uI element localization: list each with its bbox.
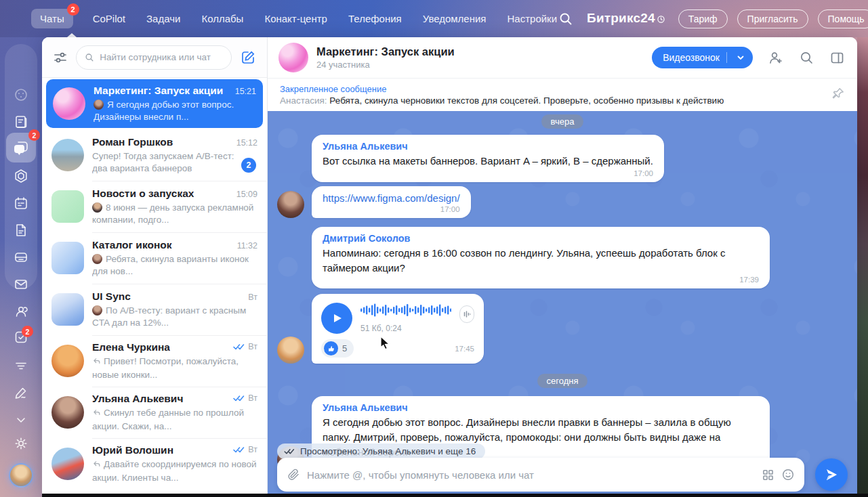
filter-icon[interactable] <box>53 50 68 65</box>
global-search-icon[interactable] <box>558 12 573 26</box>
message-row: https://www.figma.com/design/ 17:00 <box>277 186 848 218</box>
chat-preview: Давайте скоординируемся по новой акции. … <box>92 458 257 484</box>
chat-search-icon[interactable] <box>799 50 814 66</box>
avatar <box>51 139 84 171</box>
sign-icon[interactable] <box>0 379 42 406</box>
rail-user-avatar[interactable] <box>9 463 33 488</box>
video-call-label: Видеозвонок <box>663 52 720 63</box>
chat-item-ui-sync[interactable]: UI Sync Вт По A/B-тесту: вариант с красн… <box>42 284 267 335</box>
chat-item-yuri[interactable]: Юрий Волошин Вт Давайте скоординируемся … <box>42 438 267 490</box>
apps-grid-icon[interactable] <box>762 469 774 481</box>
documents-icon[interactable] <box>0 217 42 244</box>
voice-waveform[interactable] <box>360 303 451 318</box>
play-button[interactable] <box>321 303 352 334</box>
mail-icon[interactable] <box>0 271 42 298</box>
logo-text: Битрикс24 <box>587 11 655 26</box>
pinned-message-bar[interactable]: Закрепленное сообщение Анастасия: Ребята… <box>268 78 857 111</box>
avatar <box>51 345 84 377</box>
tab-chats[interactable]: Чаты 2 <box>31 9 73 28</box>
rail-settings-icon[interactable] <box>0 430 42 457</box>
reply-arrow-icon <box>92 460 101 472</box>
conversation-panel: Маркетинг: Запуск акции 24 участника Вид… <box>268 37 857 497</box>
chat-item-icons-catalog[interactable]: Каталог иконок 11:32 Ребята, скинула вар… <box>42 232 267 284</box>
hexagon-apps-icon[interactable] <box>0 163 42 190</box>
message-bubble[interactable]: Ульяна Алькевич Вот ссылка на макеты бан… <box>312 135 664 182</box>
logo-clock-icon <box>657 12 665 26</box>
thumbs-up-icon <box>324 341 338 355</box>
chat-item-marketing[interactable]: Маркетинг: Запуск акции 15:21 Я сегодня … <box>46 79 263 128</box>
tab-tasks[interactable]: Задачи <box>145 9 182 28</box>
chat-name: Новости о запусках <box>92 188 194 200</box>
voice-message-bubble[interactable]: 51 Кб, 0:24 <box>312 294 484 364</box>
search-field[interactable] <box>76 45 232 70</box>
message-input[interactable] <box>307 469 755 481</box>
messenger-icon-active[interactable]: 2 <box>0 134 42 161</box>
chat-time: 15:09 <box>236 190 257 199</box>
avatar <box>51 190 84 223</box>
tab-copilot[interactable]: CoPilot <box>91 9 127 28</box>
pin-icon[interactable] <box>822 87 845 103</box>
tab-collabs[interactable]: Коллабы <box>200 9 245 28</box>
preview-author-avatar <box>92 305 102 316</box>
tab-settings[interactable]: Настройки <box>506 9 559 28</box>
chat-name: UI Sync <box>92 290 131 303</box>
preview-author-avatar <box>94 100 104 110</box>
attach-icon[interactable] <box>287 468 300 481</box>
chevron-down-icon[interactable] <box>0 406 42 433</box>
message-time: 17:39 <box>323 276 759 284</box>
crm-funnel-icon[interactable] <box>0 352 42 379</box>
message-time: 17:00 <box>323 169 653 177</box>
chat-list-panel: Маркетинг: Запуск акции 15:21 Я сегодня … <box>42 37 268 497</box>
tariff-button[interactable]: Тариф <box>678 9 728 28</box>
copilot-icon[interactable] <box>0 81 42 108</box>
message-author: Дмитрий Соколов <box>323 233 759 244</box>
calendar-icon[interactable] <box>0 190 42 217</box>
people-icon[interactable] <box>0 298 42 325</box>
tab-notifications[interactable]: Уведомления <box>421 9 488 28</box>
chat-list: Маркетинг: Запуск акции 15:21 Я сегодня … <box>42 78 267 497</box>
message-composer[interactable] <box>277 458 804 492</box>
message-bubble[interactable]: https://www.figma.com/design/ 17:00 <box>312 186 471 218</box>
message-time: 17:45 <box>455 345 474 353</box>
add-member-icon[interactable] <box>768 49 784 66</box>
sender-avatar[interactable] <box>277 191 304 218</box>
topbar-tabs: Чаты 2 CoPilot Задачи Коллабы Конакт-цен… <box>31 9 558 28</box>
tasks-icon[interactable]: 2 <box>0 325 42 352</box>
chat-item-roman[interactable]: Роман Горшков 15:12 Супер! Тогда запуска… <box>42 129 267 181</box>
video-call-chevron-icon[interactable] <box>732 49 749 66</box>
send-button[interactable] <box>815 458 848 491</box>
video-call-button[interactable]: Видеозвонок <box>652 47 753 68</box>
chat-item-news[interactable]: Новости о запусках 15:09 8 июня — день з… <box>42 181 267 232</box>
messenger-badge: 2 <box>28 129 40 141</box>
chat-time: Вт <box>248 393 257 403</box>
chat-preview: 8 июня — день запуска рекламной компании… <box>92 202 257 226</box>
viewed-status[interactable]: Просмотрено: Ульяна Алькевич и еще 16 <box>277 444 485 459</box>
chat-preview: Супер! Тогда запускаем A/B-тест: два вар… <box>92 150 257 175</box>
invite-button[interactable]: Пригласить <box>737 9 808 28</box>
chat-item-elena[interactable]: Елена Чуркина Вт Привет! Посмотри, пожал… <box>42 335 267 387</box>
tab-contact-center[interactable]: Конакт-центр <box>263 9 329 28</box>
emoji-icon[interactable] <box>781 468 795 481</box>
side-panel-icon[interactable] <box>829 50 845 66</box>
chat-avatar[interactable] <box>278 43 308 72</box>
app-window: Маркетинг: Запуск акции 15:21 Я сегодня … <box>42 37 857 497</box>
search-input[interactable] <box>100 52 223 62</box>
chat-name: Елена Чуркина <box>92 341 170 353</box>
read-checks-icon <box>233 446 245 454</box>
sender-avatar[interactable] <box>277 337 304 364</box>
chat-item-ulyana[interactable]: Ульяна Алькевич Вт Скинул тебе данные по… <box>42 387 267 438</box>
message-link[interactable]: https://www.figma.com/design/ <box>323 192 460 204</box>
playback-speed-button[interactable] <box>459 305 474 323</box>
preview-author-avatar <box>92 202 102 213</box>
compose-icon[interactable] <box>240 49 256 66</box>
tab-telephony[interactable]: Телефония <box>347 9 403 28</box>
drive-icon[interactable] <box>0 244 42 271</box>
chat-preview: Скинул тебе данные по прошлой акции. Ска… <box>92 407 257 433</box>
topbar-right: Битрикс24 Тариф Пригласить Помощь <box>558 7 868 30</box>
reaction-like[interactable]: 5 <box>321 339 354 358</box>
chat-list-header <box>42 37 267 78</box>
message-bubble[interactable]: Дмитрий Соколов Напоминаю: сегодня в 16:… <box>312 227 770 289</box>
tab-label: Чаты <box>40 13 64 24</box>
bitrix24-messenger-app: Чаты 2 CoPilot Задачи Коллабы Конакт-цен… <box>0 0 868 497</box>
help-button[interactable]: Помощь <box>818 9 868 28</box>
